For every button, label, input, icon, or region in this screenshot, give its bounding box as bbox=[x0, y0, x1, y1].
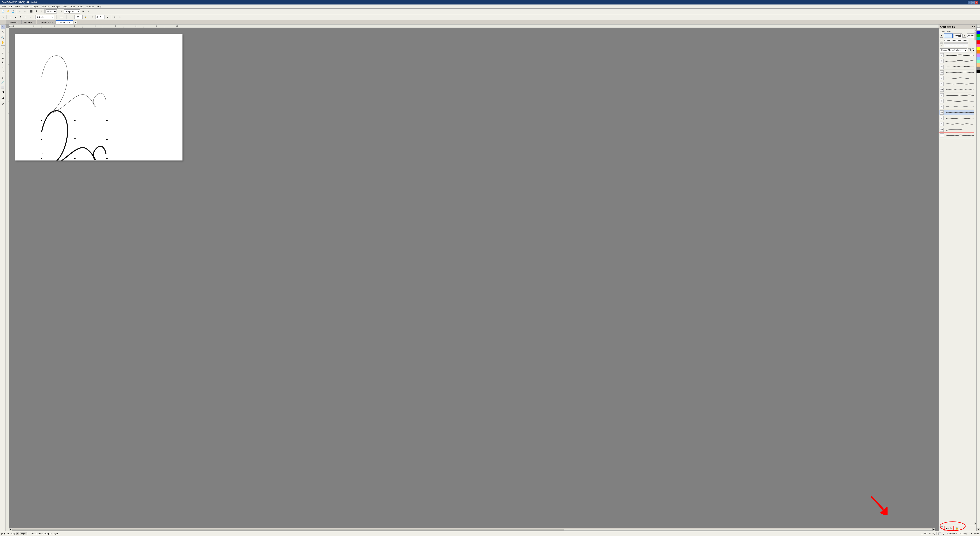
snap-dropdown[interactable]: Snap To bbox=[64, 10, 80, 13]
color-white[interactable] bbox=[977, 27, 980, 30]
stroke-item-6[interactable]: ⊣⊢ bbox=[939, 81, 976, 87]
stroke-item-11[interactable]: ⊣⊢ bbox=[939, 110, 976, 115]
stroke-preview-15[interactable] bbox=[945, 133, 975, 138]
fill-tool[interactable]: ◈ bbox=[1, 75, 5, 80]
menu-view[interactable]: View bbox=[14, 5, 21, 8]
maximize-button[interactable]: □ bbox=[971, 1, 975, 4]
stroke-preview-3[interactable] bbox=[945, 64, 975, 69]
stroke-preview-6[interactable] bbox=[945, 82, 975, 86]
stroke-item-2[interactable]: ⊣⊢ bbox=[939, 58, 976, 64]
stroke-preview-4[interactable] bbox=[945, 70, 975, 75]
stroke-preview-2[interactable] bbox=[945, 59, 975, 63]
stroke-preview-10[interactable] bbox=[945, 105, 975, 109]
last-page-btn[interactable]: ▶| bbox=[13, 533, 14, 535]
last-used-dashed-preset[interactable] bbox=[944, 43, 968, 47]
menu-help[interactable]: Help bbox=[95, 5, 103, 8]
h-scroll-thumb[interactable] bbox=[13, 529, 564, 531]
artistic-type-dropdown[interactable]: Artistic bbox=[35, 15, 54, 19]
h-scroll-track[interactable] bbox=[12, 529, 932, 531]
menu-text[interactable]: Text bbox=[61, 5, 68, 8]
color-green[interactable] bbox=[977, 34, 980, 37]
palette-scroll-up[interactable]: ▲ bbox=[977, 24, 980, 27]
canvas-viewport[interactable] bbox=[9, 28, 939, 531]
add-page-btn[interactable]: ⊕ bbox=[1, 102, 5, 106]
menu-object[interactable]: Object bbox=[31, 5, 40, 8]
stroke-item-8[interactable]: ⊣⊢ bbox=[939, 93, 976, 98]
selector-tool-btn[interactable]: ↖ bbox=[1, 15, 5, 19]
color-black[interactable] bbox=[977, 70, 980, 73]
color-blue[interactable] bbox=[977, 30, 980, 34]
panel-scroll-thumb[interactable] bbox=[975, 32, 976, 40]
pick-btn[interactable]: ⬛ bbox=[29, 9, 33, 14]
freehand-tool[interactable]: ✎ bbox=[1, 30, 5, 34]
settings-btn[interactable]: ⚙ bbox=[81, 9, 85, 14]
menu-layout[interactable]: Layout bbox=[22, 5, 31, 8]
prev-page-btn[interactable]: ◀ bbox=[3, 533, 5, 535]
open-btn[interactable]: 📂 bbox=[6, 9, 10, 14]
scroll-up-panel[interactable]: ▲ bbox=[974, 29, 976, 32]
redo-btn[interactable]: ↪ bbox=[22, 9, 27, 14]
save-btn[interactable]: 💾 bbox=[11, 9, 15, 14]
tab-untitled3[interactable]: Untitled-3.cdr bbox=[37, 20, 55, 24]
stroke-item-9[interactable]: ⊣⊢ bbox=[939, 98, 976, 104]
page-tab[interactable]: Page 1 bbox=[20, 533, 27, 535]
stroke-preview-5[interactable] bbox=[945, 76, 975, 80]
stroke-preview-14[interactable] bbox=[945, 128, 975, 132]
scroll-down-panel[interactable]: ▼ bbox=[974, 522, 976, 525]
rect-tool[interactable]: □ bbox=[1, 46, 5, 51]
stroke-item-1[interactable]: ⊣⊢ bbox=[939, 53, 976, 58]
color-cyan[interactable] bbox=[977, 37, 980, 40]
color-green-light[interactable] bbox=[977, 60, 980, 63]
last-used-preset-1[interactable] bbox=[944, 34, 953, 38]
last-used-rotate3-btn[interactable]: ↺ bbox=[940, 39, 943, 43]
save-stroke-btn[interactable]: 💾 bbox=[968, 48, 971, 52]
delete-page-btn[interactable]: ✕ bbox=[16, 533, 19, 535]
line-style-btn[interactable]: ── bbox=[57, 15, 67, 19]
calligraphy-type-btn[interactable]: ✒ bbox=[23, 15, 28, 19]
pick-tool[interactable]: ↖ bbox=[1, 25, 5, 29]
minimize-button[interactable]: ─ bbox=[968, 1, 971, 4]
eraser-tool[interactable]: ⬜ bbox=[1, 85, 5, 89]
h-scrollbar[interactable]: ◀ ▶ bbox=[9, 528, 935, 531]
menu-edit[interactable]: Edit bbox=[7, 5, 14, 8]
stroke-preview-12[interactable] bbox=[945, 116, 975, 120]
menu-file[interactable]: File bbox=[1, 5, 7, 8]
sprayer-type-btn[interactable]: ⋮ bbox=[18, 15, 23, 19]
view-toggle-btn[interactable]: □ bbox=[86, 9, 90, 14]
import-btn[interactable]: ⬇ bbox=[34, 9, 38, 14]
pan-tool[interactable]: ✋ bbox=[1, 40, 5, 45]
color-orange[interactable] bbox=[977, 50, 980, 54]
shadow-tool[interactable]: ◑ bbox=[1, 89, 5, 94]
tab-untitled2[interactable]: Untitled-2 bbox=[6, 20, 21, 24]
width-input[interactable] bbox=[75, 15, 83, 19]
menu-tools[interactable]: Tools bbox=[76, 5, 84, 8]
new-btn[interactable]: 📄 bbox=[1, 9, 5, 14]
stroke-item-15[interactable]: ⊣⊢ bbox=[939, 132, 976, 138]
snap-icon[interactable]: ⊞ bbox=[59, 9, 64, 14]
stroke-width-input[interactable] bbox=[95, 15, 105, 19]
dimension-tool[interactable]: ↔ bbox=[1, 65, 5, 69]
last-used-preset-2[interactable] bbox=[953, 34, 962, 38]
menu-bitmaps[interactable]: Bitmaps bbox=[51, 5, 61, 8]
panel-collapse-btn[interactable]: ◀ bbox=[972, 26, 973, 28]
new-tab-btn[interactable]: + bbox=[74, 21, 77, 24]
color-red[interactable] bbox=[977, 40, 980, 44]
stroke-item-7[interactable]: ⊣⊢ bbox=[939, 87, 976, 93]
last-used-rotate2-btn[interactable]: ↺ bbox=[963, 34, 966, 38]
smooth-btn[interactable]: ⌒ bbox=[69, 15, 74, 19]
color-blue-light[interactable] bbox=[977, 57, 980, 60]
first-page-btn[interactable]: |◀ bbox=[1, 533, 3, 535]
palette-scroll-down[interactable]: ▼ bbox=[977, 528, 980, 531]
expression-type-btn[interactable]: ◇ bbox=[29, 15, 33, 19]
stroke-item-3[interactable]: ⊣⊢ bbox=[939, 64, 976, 70]
text-tool[interactable]: A bbox=[1, 60, 5, 65]
tab-untitled4[interactable]: Untitled-4 ✕ bbox=[56, 20, 73, 24]
tab-untitled1[interactable]: Untitled-1 bbox=[21, 20, 37, 24]
stroke-category-dropdown[interactable]: CustomMediaStrokes bbox=[940, 48, 967, 52]
zoom-dropdown[interactable]: 75% 100% 50% bbox=[46, 10, 57, 13]
stroke-preview-7[interactable] bbox=[945, 88, 975, 92]
menu-window[interactable]: Window bbox=[85, 5, 95, 8]
scroll-right-btn[interactable]: ▶ bbox=[932, 528, 935, 531]
last-used-dotted-preset[interactable] bbox=[944, 39, 968, 43]
stroke-preview-8[interactable] bbox=[945, 93, 975, 97]
